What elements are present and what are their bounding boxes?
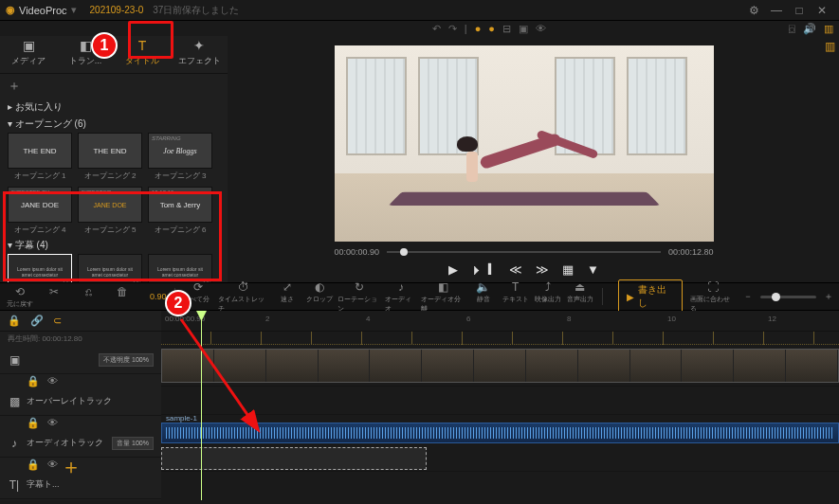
subtitle-preset[interactable]: Lorem ipsum dolor sit amet consectetur♡字… [148,254,212,282]
toolbar-label: 元に戻す [7,299,33,309]
toolbar-icon: ⎌ [85,285,92,298]
toolbar-label: 静音 [477,295,490,304]
video-opacity-badge[interactable]: 不透明度 100% [99,353,154,367]
section-opening[interactable]: ▾ オープニング (6) [8,117,220,131]
track-head-video[interactable]: ▣ 不透明度 100% [0,346,161,374]
overlay-lane[interactable] [161,387,839,415]
track-head-overlay[interactable]: ▩ オーバーレイトラック [0,387,161,416]
track-visible-icon[interactable]: 👁 [47,417,58,428]
volume-icon[interactable]: 🔊 [803,23,816,35]
track-lock-icon[interactable]: 🔒 [27,417,40,429]
toolbar-button[interactable]: ⟳すべて分割 [183,280,214,314]
eye-icon[interactable]: 👁 [536,23,546,34]
title-preset-thumb[interactable]: THE END [8,133,72,169]
toolbar-button[interactable]: ⎌ [74,285,102,309]
toolbar-button[interactable]: ◧オーディオ分離 [421,280,465,314]
redo-icon[interactable]: ↷ [448,23,457,35]
track-visible-icon[interactable]: 👁 [47,459,58,470]
marker-b-icon[interactable]: ● [488,23,495,34]
subtitle-preset-thumb[interactable]: Lorem ipsum dolor sit amet consectetur♡ [78,254,142,282]
title-icon: T [114,38,171,53]
subtitle-preset-thumb[interactable]: Lorem ipsum dolor sit amet consectetur♡ [8,254,72,282]
toolbar-button[interactable]: ↻ローテーション [337,280,382,314]
title-preset[interactable]: 12.12.19Tom & Jerryオープニング 6 [148,187,212,235]
right-panel-toggle-icon[interactable]: ▥ [824,23,833,35]
title-preset[interactable]: THE ENDオープニング 2 [78,133,142,181]
title-preset-thumb[interactable]: DIRECTORJANE DOE [78,187,142,223]
title-preset-thumb[interactable]: DIRECTED BYJANE DOE [8,187,72,223]
title-preset-thumb[interactable]: 12.12.19Tom & Jerry [148,187,212,223]
fit-screen-button[interactable]: ⛶ 画面に合わせる [690,280,736,314]
snapshot-icon[interactable]: ⌼ [789,23,795,34]
title-preset[interactable]: DIRECTED BYJANE DOEオープニング 4 [8,187,72,235]
title-preset[interactable]: STARRINGJoe Bloggsオープニング 3 [148,133,212,181]
ruler-tick: 8 [567,315,571,323]
crop-tool-icon[interactable]: ▣ [519,23,528,35]
marker-button[interactable]: ▼ [587,262,599,277]
preview-viewport[interactable] [335,45,714,242]
tab-media[interactable]: ▣ メディア [0,34,57,73]
track-lock-icon[interactable]: 🔒 [27,375,40,387]
toolbar-button[interactable]: 🗑 [108,285,137,309]
tab-effects[interactable]: ✦ エフェクト [171,34,228,73]
timeline-lock-icon[interactable]: 🔒 [8,315,21,327]
window-maximize[interactable]: □ [788,4,811,17]
crop-button[interactable]: ▦ [562,262,574,277]
title-preset[interactable]: THE ENDオープニング 1 [8,133,72,181]
toolbar-button[interactable]: ⤢速さ [273,280,301,314]
preview-scrubber[interactable] [387,251,661,253]
settings-icon[interactable]: ⚙ [742,4,765,17]
title-preset-thumb[interactable]: THE END [78,133,142,169]
title-preset[interactable]: DIRECTORJANE DOEオープニング 5 [78,187,142,235]
toolbar-button[interactable]: ⟲元に戻す [6,285,34,309]
toolbar-button[interactable]: ⏏音声出力 [566,280,594,314]
document-name[interactable]: 202109-23-0 [90,5,144,15]
tab-transitions[interactable]: ◧ トラン... [57,34,114,73]
toolbar-button[interactable]: Tテキスト [502,280,530,314]
audio-volume-badge[interactable]: 音量 100% [112,437,154,450]
playhead[interactable] [201,311,202,500]
tab-titles[interactable]: T タイトル [114,34,171,73]
toolbar-label: テキスト [502,295,529,304]
timeline-magnet-icon[interactable]: ⊂ [53,315,62,327]
toolbar-button[interactable]: 🔈静音 [469,280,498,314]
window-minimize[interactable]: — [765,4,788,17]
title-preset-thumb[interactable]: STARRINGJoe Bloggs [148,133,212,169]
prev-frame-button[interactable]: ≪ [509,262,522,277]
toolbar-button[interactable]: ⤴映像出力 [534,280,562,314]
track-lock-icon[interactable]: 🔒 [27,459,40,471]
section-subtitles[interactable]: ▾ 字幕 (4) [8,239,220,252]
toolbar-button[interactable]: ◐クロップ [305,280,334,314]
audio-lane[interactable]: sample-1 [161,415,839,443]
track-visible-icon[interactable]: 👁 [47,375,58,387]
zoom-slider[interactable] [760,296,816,298]
right-panel-icon[interactable]: ▥ [825,40,835,53]
timeline-link-icon[interactable]: 🔗 [30,315,44,327]
timeline-ruler[interactable]: 00:00:00.9024681012 [161,311,839,332]
subtitle-preset[interactable]: Lorem ipsum dolor sit amet consectetur♡字… [78,254,142,282]
subtitle-track-label: 字幕ト... [27,478,154,491]
video-clip[interactable] [161,349,839,383]
window-close[interactable]: ✕ [811,4,833,17]
toolbar-button[interactable]: ✂ [40,285,68,309]
section-favorites[interactable]: ▸ お気に入り [8,100,220,114]
tab-effects-label: エフェクト [178,56,221,65]
subtitle-preset-thumb[interactable]: Lorem ipsum dolor sit amet consectetur♡ [148,254,212,282]
export-label: 書き出し [638,283,675,310]
next-frame-button[interactable]: ≫ [536,262,549,277]
undo-icon[interactable]: ↶ [432,23,441,35]
add-track-button[interactable]: ＋ [61,453,82,481]
marker-a-icon[interactable]: ● [475,23,482,34]
video-lane[interactable] [161,345,839,387]
subtitle-lane[interactable] [161,443,839,472]
toolbar-button[interactable]: ⏱タイムストレッチ [218,280,269,314]
audio-clip[interactable]: sample-1 [161,423,839,443]
play-button[interactable]: ▶ [448,262,458,277]
timeline-duration: 再生時間: 00:00:12.80 [0,332,161,346]
toolbar-button[interactable]: ♪オーディオ [385,280,416,314]
ruler-icon[interactable]: ⊟ [502,23,511,35]
play-all-button[interactable]: ⏵❙ [471,262,496,277]
subtitle-preset[interactable]: Lorem ipsum dolor sit amet consectetur♡字… [8,254,72,282]
add-button[interactable]: ＋ [8,78,220,99]
export-button[interactable]: ▶ 書き出し [618,279,684,314]
